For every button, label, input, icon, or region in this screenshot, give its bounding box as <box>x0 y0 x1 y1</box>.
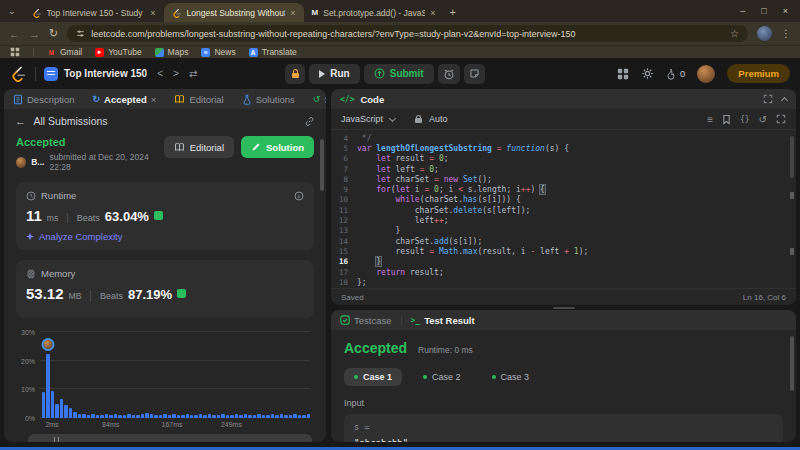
code-line[interactable]: 17 return result; <box>331 267 796 277</box>
code-line[interactable]: 14 charSet.add(s[i]); <box>331 236 796 246</box>
back-icon[interactable]: ← <box>9 28 20 40</box>
share-link-icon[interactable] <box>304 116 315 127</box>
submit-button[interactable]: Submit <box>364 64 434 84</box>
breadcrumb[interactable]: Top Interview 150 <box>44 67 147 81</box>
histogram-bar <box>91 414 94 418</box>
forward-icon[interactable]: → <box>29 28 40 40</box>
prev-problem-icon[interactable]: < <box>157 68 163 79</box>
timer-button[interactable] <box>438 64 460 84</box>
window-close-button[interactable]: × <box>783 6 788 16</box>
notes-button[interactable] <box>464 64 485 84</box>
shuffle-icon[interactable]: ⇄ <box>189 68 197 79</box>
left-panel: Description ↻ Accepted × Editorial Solut… <box>4 89 326 442</box>
submissions-icon: ↺ <box>313 94 321 104</box>
info-icon[interactable] <box>294 191 304 201</box>
tab-test-result[interactable]: >_ Test Result <box>411 315 475 326</box>
code-line[interactable]: 5var lengthOfLongestSubstring = function… <box>331 143 796 153</box>
layout-grid-icon[interactable] <box>617 68 629 80</box>
left-panel-scrollbar[interactable] <box>320 139 324 191</box>
browser-tab-2-active[interactable]: Longest Substring Without Rep × <box>164 3 304 22</box>
runtime-value: 11 <box>26 207 42 224</box>
input-variable: s = <box>354 422 773 432</box>
tab-search-chevron-icon[interactable]: ⌄ <box>8 6 16 16</box>
all-submissions-back[interactable]: ← All Submissions <box>4 109 326 133</box>
tab-description[interactable]: Description <box>13 94 75 105</box>
test-panel-scrollbar[interactable] <box>790 336 794 391</box>
browser-profile-avatar[interactable] <box>757 26 772 41</box>
expand-icon[interactable] <box>763 94 773 104</box>
apps-grid-icon[interactable] <box>10 47 20 57</box>
code-line[interactable]: 18}; <box>331 277 796 287</box>
code-line[interactable]: 15 result = Math.max(result, i - left + … <box>331 246 796 256</box>
case-2-pill[interactable]: Case 2 <box>413 368 471 386</box>
code-line[interactable]: 11 charSet.delete(s[left]); <box>331 205 796 215</box>
case-1-pill[interactable]: Case 1 <box>344 368 402 386</box>
input-box[interactable]: s = "abcabcbb" <box>344 414 783 442</box>
auto-label[interactable]: Auto <box>429 114 448 124</box>
solution-button[interactable]: Solution <box>241 136 314 158</box>
editor-scrollbar[interactable] <box>790 136 794 178</box>
fullscreen-icon[interactable] <box>776 114 786 124</box>
histogram-bar <box>163 414 166 418</box>
tab-testcase[interactable]: Testcase <box>340 315 392 326</box>
code-line[interactable]: 8 let charSet = new Set(); <box>331 174 796 184</box>
tab-editorial[interactable]: Editorial <box>174 94 223 105</box>
tab-solutions[interactable]: Solutions <box>242 94 295 105</box>
premium-button[interactable]: Premium <box>727 64 790 83</box>
close-tab-icon[interactable]: × <box>151 94 157 105</box>
next-problem-icon[interactable]: > <box>173 68 179 79</box>
run-button[interactable]: Run <box>309 64 359 84</box>
bookmark-gmail[interactable]: MGmail <box>47 47 82 57</box>
braces-icon[interactable]: {} <box>740 115 750 124</box>
code-line[interactable]: 4 */ <box>331 133 796 143</box>
code-line[interactable]: 16 } <box>331 257 796 267</box>
tab-accepted[interactable]: ↻ Accepted × <box>93 94 157 105</box>
debug-lock-button[interactable] <box>285 64 305 84</box>
browser-menu-icon[interactable]: ⋮ <box>781 28 791 39</box>
reload-icon[interactable]: ↻ <box>49 27 58 40</box>
code-line[interactable]: 9 for(let i = 0; i < s.length; i++) { <box>331 184 796 194</box>
collapse-icon[interactable] <box>781 96 788 103</box>
settings-gear-icon[interactable] <box>641 67 654 80</box>
bookmark-icon[interactable] <box>722 114 731 125</box>
address-bar[interactable]: leetcode.com/problems/longest-substring-… <box>67 25 748 42</box>
tune-icon[interactable] <box>76 29 85 38</box>
histogram-bar <box>150 414 153 418</box>
news-icon: ≡ <box>201 48 210 57</box>
bookmark-translate[interactable]: ATranslate <box>249 47 297 57</box>
code-panel-title[interactable]: Code <box>360 94 384 105</box>
histogram-bar <box>78 414 81 418</box>
editorial-button[interactable]: Editorial <box>164 136 234 158</box>
window-maximize-button[interactable]: □ <box>761 6 766 16</box>
user-avatar[interactable] <box>697 65 715 83</box>
code-line[interactable]: 12 left++; <box>331 215 796 225</box>
streak-counter[interactable]: 0 <box>666 68 685 80</box>
code-line[interactable]: 6 let result = 0; <box>331 154 796 164</box>
browser-tab-1[interactable]: Top Interview 150 - Study Plan × <box>24 3 164 22</box>
code-line[interactable]: 10 while(charSet.has(s[i])) { <box>331 195 796 205</box>
code-editor[interactable]: 4 */5var lengthOfLongestSubstring = func… <box>331 130 796 288</box>
window-minimize-button[interactable]: – <box>740 6 745 16</box>
format-icon[interactable]: ≡ <box>707 114 713 125</box>
tab-close-icon[interactable]: × <box>150 8 155 18</box>
analyze-complexity-link[interactable]: Analyze Complexity <box>26 231 304 242</box>
tab-close-icon[interactable]: × <box>430 8 435 18</box>
reset-icon[interactable]: ↺ <box>759 114 767 125</box>
tab-close-icon[interactable]: × <box>290 8 295 18</box>
language-selector[interactable]: JavaScript <box>341 114 383 124</box>
chart-range-slider[interactable] <box>28 434 312 442</box>
case-3-pill[interactable]: Case 3 <box>482 368 540 386</box>
new-tab-button[interactable]: + <box>450 6 456 18</box>
y-tick: 30% <box>21 329 35 336</box>
browser-tab-3[interactable]: M Set.prototype.add() - JavaScript × <box>304 3 444 22</box>
bookmark-news[interactable]: ≡News <box>201 47 235 57</box>
bookmark-maps[interactable]: Maps <box>155 47 189 57</box>
tab-submissions[interactable]: ↺ Submissions <box>313 94 326 105</box>
code-line[interactable]: 7 let left = 0; <box>331 164 796 174</box>
bookmark-star-icon[interactable]: ☆ <box>730 28 739 39</box>
code-line[interactable]: 13 } <box>331 226 796 236</box>
leetcode-logo[interactable] <box>10 65 27 82</box>
bookmark-youtube[interactable]: ▸YouTube <box>95 47 141 57</box>
cursor-position[interactable]: Ln 16, Col 6 <box>743 293 786 302</box>
back-arrow-icon[interactable]: ← <box>15 115 26 127</box>
